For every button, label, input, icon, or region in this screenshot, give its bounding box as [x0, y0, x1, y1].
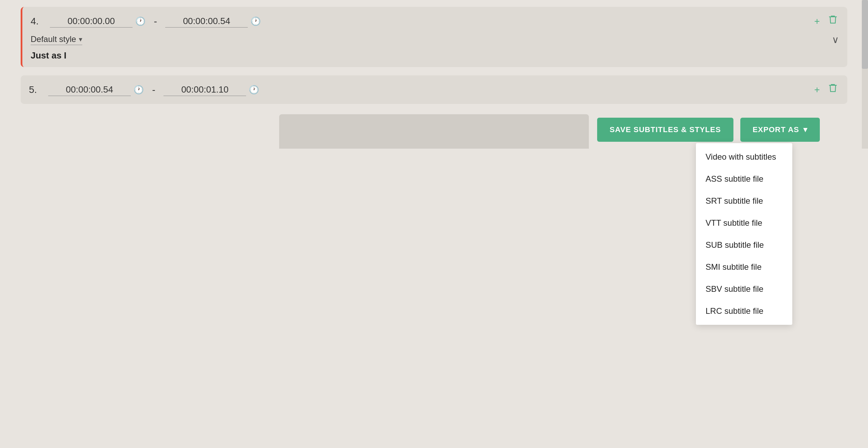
card-5-start-time-field: 🕐 — [48, 84, 144, 96]
card-4-start-time-field: 🕐 — [50, 15, 146, 28]
export-option-sbv[interactable]: SBV subtitle file — [696, 278, 792, 300]
export-option-ass[interactable]: ASS subtitle file — [696, 168, 792, 190]
export-as-button[interactable]: EXPORT AS ▾ — [740, 118, 820, 142]
card-5-add-button[interactable]: + — [813, 83, 821, 97]
card-5-end-time-field: 🕐 — [163, 84, 259, 96]
card-4-subtitle-text[interactable]: Just as I — [31, 50, 839, 61]
clock-icon-start-4: 🕐 — [135, 17, 146, 26]
export-dropdown-menu: Video with subtitles ASS subtitle file S… — [696, 143, 792, 325]
card-4-delete-button[interactable] — [827, 13, 839, 29]
card-5-number: 5. — [29, 84, 43, 95]
card-4-collapse-button[interactable]: ∨ — [832, 34, 839, 45]
export-option-video[interactable]: Video with subtitles — [696, 146, 792, 168]
subtitle-card-4: 4. 🕐 - 🕐 + Default style — [21, 7, 847, 67]
clock-icon-end-5: 🕐 — [249, 85, 259, 95]
export-option-sub[interactable]: SUB subtitle file — [696, 234, 792, 256]
card-4-start-input[interactable] — [50, 15, 133, 28]
clock-icon-start-5: 🕐 — [134, 85, 144, 95]
bottom-gray-bar — [279, 114, 589, 149]
export-option-srt[interactable]: SRT subtitle file — [696, 190, 792, 212]
card-5-actions: + — [813, 82, 839, 98]
subtitle-card-5: 5. 🕐 - 🕐 + — [21, 75, 847, 104]
separator-5: - — [149, 84, 158, 95]
export-option-vtt[interactable]: VTT subtitle file — [696, 212, 792, 234]
save-subtitles-button[interactable]: SAVE SUBTITLES & STYLES — [597, 118, 733, 142]
card-4-add-button[interactable]: + — [813, 14, 821, 28]
export-option-smi[interactable]: SMI subtitle file — [696, 256, 792, 278]
export-dropdown-container: EXPORT AS ▾ Video with subtitles ASS sub… — [740, 118, 820, 142]
chevron-down-icon-export: ▾ — [803, 125, 807, 134]
card-4-end-time-field: 🕐 — [165, 15, 261, 28]
card-4-end-input[interactable] — [165, 15, 248, 28]
chevron-down-icon-style-4: ▾ — [79, 35, 82, 43]
card-5-delete-button[interactable] — [827, 82, 839, 98]
card-5-end-input[interactable] — [163, 84, 246, 96]
card-4-number: 4. — [31, 16, 44, 27]
style-dropdown-4[interactable]: Default style ▾ — [31, 34, 82, 45]
clock-icon-end-4: 🕐 — [251, 17, 261, 26]
style-label-4: Default style — [31, 34, 76, 44]
export-option-lrc[interactable]: LRC subtitle file — [696, 300, 792, 322]
separator-4: - — [151, 16, 160, 27]
export-label: EXPORT AS — [753, 125, 799, 134]
card-5-start-input[interactable] — [48, 84, 131, 96]
card-4-actions: + — [813, 13, 839, 29]
